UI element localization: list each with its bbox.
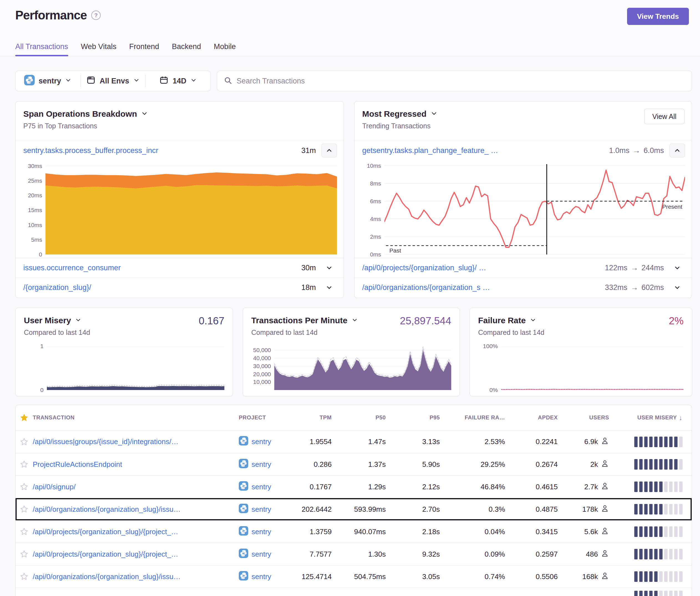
star-toggle[interactable] bbox=[16, 483, 33, 491]
span-ops-item-0: sentry.tasks.process_buffer.process_incr… bbox=[16, 140, 344, 161]
table-row[interactable]: /api/0/projects/{organization_slug}/{pro… bbox=[16, 520, 692, 543]
transaction-link[interactable]: /api/0/issues|groups/{issue_id}/integrat… bbox=[33, 437, 239, 446]
axis-tick: 0 bbox=[39, 251, 42, 258]
project-link[interactable]: sentry bbox=[252, 483, 271, 491]
users-cell: 2k bbox=[572, 459, 623, 470]
tab-frontend[interactable]: Frontend bbox=[129, 43, 159, 56]
column-header-p95[interactable]: P95 bbox=[400, 414, 454, 421]
project-link[interactable]: sentry bbox=[252, 550, 271, 559]
column-header-tpm[interactable]: TPM bbox=[294, 414, 346, 421]
user-misery-bar bbox=[634, 526, 638, 537]
p50-cell: 1.30s bbox=[346, 550, 400, 559]
star-toggle[interactable] bbox=[16, 550, 33, 558]
star-toggle[interactable] bbox=[16, 460, 33, 468]
table-row[interactable] bbox=[16, 588, 692, 596]
table-row[interactable]: /api/0/projects/{organization_slug}/{pro… bbox=[16, 543, 692, 565]
column-header-failure-ra-[interactable]: FAILURE RA… bbox=[454, 414, 519, 421]
users-cell: 5.6k bbox=[572, 527, 623, 537]
transaction-link[interactable]: /api/0/projects/{organization_slug}/{pro… bbox=[33, 550, 239, 559]
regressed-link-2[interactable]: /api/0/organizations/{organization_s … bbox=[362, 283, 599, 292]
transaction-link[interactable]: ProjectRuleActionsEndpoint bbox=[33, 460, 239, 469]
view-all-button[interactable]: View All bbox=[644, 109, 684, 124]
tab-mobile[interactable]: Mobile bbox=[214, 43, 236, 56]
table-row[interactable]: ProjectRuleActionsEndpointsentry0.2861.3… bbox=[16, 453, 692, 475]
failure-rate-selector[interactable]: Failure Rate bbox=[478, 316, 684, 325]
p50-cell: 1.29s bbox=[346, 483, 400, 491]
table-row[interactable]: /api/0/organizations/{organization_slug}… bbox=[16, 498, 692, 520]
star-toggle[interactable] bbox=[16, 527, 33, 536]
transaction-link[interactable]: /api/0/organizations/{organization_slug}… bbox=[33, 572, 239, 581]
search-input[interactable]: Search Transactions bbox=[217, 71, 692, 91]
project-link[interactable]: sentry bbox=[252, 527, 271, 536]
regressed-link-1[interactable]: /api/0/projects/{organization_slug}/ … bbox=[362, 264, 599, 272]
most-regressed-title-row[interactable]: Most Regressed bbox=[362, 109, 684, 119]
failure-rate-cell: 46.84% bbox=[454, 483, 519, 491]
user-misery-bar bbox=[654, 437, 657, 447]
table-row[interactable]: /api/0/issues|groups/{issue_id}/integrat… bbox=[16, 431, 692, 453]
chevron-down-icon bbox=[133, 77, 140, 85]
axis-tick: 10ms bbox=[28, 222, 42, 228]
widget-panels: Span Operations Breakdown P75 in Top Tra… bbox=[15, 101, 692, 298]
axis-tick: 1 bbox=[40, 343, 44, 349]
expand-button[interactable] bbox=[670, 284, 685, 291]
view-trends-button[interactable]: View Trends bbox=[627, 8, 689, 25]
axis-tick: 30ms bbox=[28, 163, 42, 170]
search-icon bbox=[224, 76, 232, 86]
column-header-apdex[interactable]: APDEX bbox=[519, 414, 572, 421]
project-link[interactable]: sentry bbox=[252, 437, 271, 446]
span-ops-link-1[interactable]: issues.occurrence_consumer bbox=[23, 264, 296, 272]
user-misery-bar bbox=[649, 526, 653, 537]
environment-filter-label: All Envs bbox=[100, 77, 129, 85]
chevron-down-icon bbox=[141, 110, 148, 118]
column-header-project[interactable]: PROJECT bbox=[239, 414, 294, 421]
tab-backend[interactable]: Backend bbox=[172, 43, 201, 56]
collapse-button[interactable] bbox=[670, 144, 685, 157]
table-header: TRANSACTIONPROJECTTPMP50P95FAILURE RA…AP… bbox=[16, 405, 692, 431]
transaction-link[interactable]: /api/0/organizations/{organization_slug}… bbox=[33, 505, 239, 514]
failure-rate-cell: 29.25% bbox=[454, 460, 519, 469]
expand-button[interactable] bbox=[321, 284, 337, 291]
user-misery-bar bbox=[654, 549, 657, 560]
table-row[interactable]: /api/0/organizations/{organization_slug}… bbox=[16, 565, 692, 588]
table-row[interactable]: /api/0/signup/sentry0.17671.29s2.12s46.8… bbox=[16, 475, 692, 498]
star-toggle[interactable] bbox=[16, 572, 33, 581]
regressed-link-0[interactable]: getsentry.tasks.plan_change_feature_ … bbox=[362, 146, 603, 155]
user-misery-score bbox=[623, 571, 692, 582]
span-ops-link-0[interactable]: sentry.tasks.process_buffer.process_incr bbox=[23, 146, 296, 155]
project-link[interactable]: sentry bbox=[252, 505, 271, 514]
project-link[interactable]: sentry bbox=[252, 572, 271, 581]
span-ops-title-row[interactable]: Span Operations Breakdown bbox=[23, 109, 336, 119]
tab-all-transactions[interactable]: All Transactions bbox=[15, 43, 68, 56]
user-misery-bar bbox=[654, 482, 657, 492]
tab-web-vitals[interactable]: Web Vitals bbox=[81, 43, 117, 56]
apdex-cell: 0.5506 bbox=[519, 572, 572, 581]
user-misery-selector[interactable]: User Misery bbox=[24, 316, 224, 325]
expand-button[interactable] bbox=[670, 264, 685, 271]
project-link[interactable]: sentry bbox=[252, 460, 271, 469]
column-header-starred[interactable] bbox=[16, 413, 33, 422]
user-misery-bar bbox=[654, 591, 657, 596]
user-misery-score bbox=[623, 549, 692, 560]
project-filter[interactable]: sentry bbox=[16, 75, 80, 87]
column-header-transaction[interactable]: TRANSACTION bbox=[33, 414, 239, 421]
span-ops-link-2[interactable]: /{organization_slug}/ bbox=[23, 283, 296, 292]
column-header-users[interactable]: USERS bbox=[572, 414, 623, 421]
star-toggle[interactable] bbox=[16, 438, 33, 446]
date-range-filter[interactable]: 14D bbox=[146, 75, 210, 87]
column-header-user-misery[interactable]: USER MISERY ↓ bbox=[623, 414, 692, 422]
environment-filter[interactable]: All Envs bbox=[81, 75, 146, 87]
tpm-cell: 1.9554 bbox=[294, 437, 346, 446]
star-toggle[interactable] bbox=[16, 505, 33, 513]
collapse-button[interactable] bbox=[321, 144, 337, 157]
regressed-to-1: 244ms bbox=[642, 264, 664, 272]
expand-button[interactable] bbox=[321, 264, 337, 271]
user-misery-bar bbox=[674, 571, 678, 582]
user-misery-bar bbox=[634, 549, 638, 560]
column-header-p50[interactable]: P50 bbox=[346, 414, 400, 421]
transaction-link[interactable]: /api/0/projects/{organization_slug}/{pro… bbox=[33, 527, 239, 536]
help-icon[interactable]: ? bbox=[91, 10, 101, 20]
user-misery-bar bbox=[669, 504, 673, 515]
transaction-link[interactable]: /api/0/signup/ bbox=[33, 483, 239, 491]
users-cell: 168k bbox=[572, 572, 623, 582]
transaction-cell: /api/0/organizations/{organization_slug}… bbox=[33, 505, 239, 514]
